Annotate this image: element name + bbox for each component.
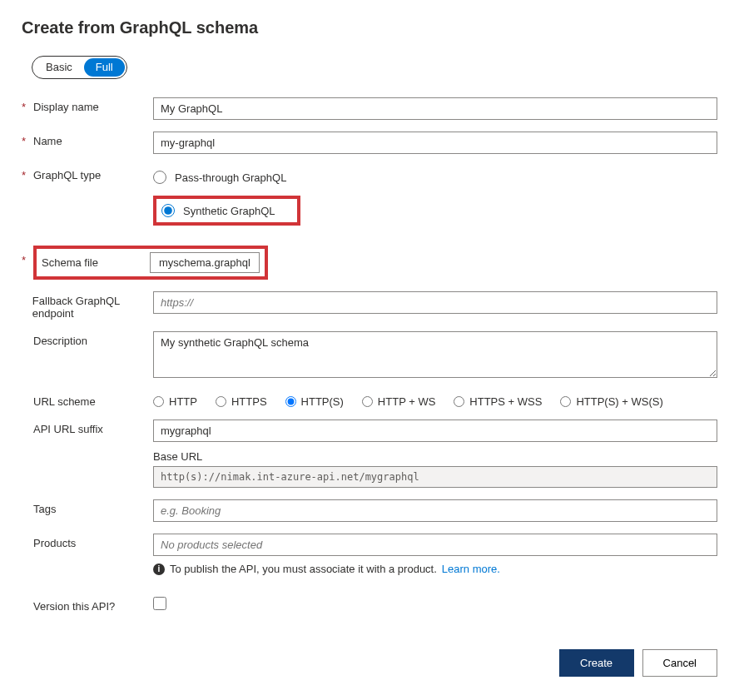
radio-https-both[interactable] xyxy=(285,396,296,407)
label-http: HTTP xyxy=(169,395,197,408)
radio-http-ws[interactable] xyxy=(362,396,373,407)
label-graphql-type: GraphQL type xyxy=(33,169,101,181)
radio-https[interactable] xyxy=(216,396,226,407)
radio-http[interactable] xyxy=(153,396,164,407)
name-input[interactable] xyxy=(153,132,717,154)
required-marker: * xyxy=(22,101,33,113)
label-fallback-endpoint: Fallback GraphQL endpoint xyxy=(32,295,153,320)
label-http-ws: HTTP + WS xyxy=(378,395,435,408)
required-marker: * xyxy=(22,169,33,181)
publish-info-text: To publish the API, you must associate i… xyxy=(170,563,437,575)
label-description: Description xyxy=(33,335,87,347)
required-marker: * xyxy=(22,246,33,266)
display-name-input[interactable] xyxy=(153,97,717,120)
radio-https-ws-both[interactable] xyxy=(560,396,571,407)
label-https: HTTPS xyxy=(231,395,267,408)
cancel-button[interactable]: Cancel xyxy=(642,649,717,677)
radio-passthrough-graphql[interactable] xyxy=(153,171,166,184)
products-input[interactable] xyxy=(153,534,717,556)
tags-input[interactable] xyxy=(153,499,717,522)
label-display-name: Display name xyxy=(33,101,99,113)
label-name: Name xyxy=(33,135,62,147)
label-url-scheme: URL scheme xyxy=(33,395,96,408)
label-tags: Tags xyxy=(33,503,56,515)
description-input[interactable] xyxy=(153,331,717,378)
label-passthrough-graphql: Pass-through GraphQL xyxy=(175,171,286,184)
label-https-ws-both: HTTP(S) + WS(S) xyxy=(576,395,662,408)
radio-synthetic-graphql[interactable] xyxy=(161,204,175,217)
radio-https-wss[interactable] xyxy=(454,396,464,407)
create-button[interactable]: Create xyxy=(559,649,634,677)
base-url-display: http(s)://nimak.int-azure-api.net/mygrap… xyxy=(153,466,717,488)
version-api-checkbox[interactable] xyxy=(153,597,166,610)
label-products: Products xyxy=(33,537,76,549)
info-icon: i xyxy=(153,563,165,575)
fallback-endpoint-input[interactable] xyxy=(153,291,717,314)
label-https-wss: HTTPS + WSS xyxy=(469,395,542,408)
schema-file-chip[interactable]: myschema.graphql xyxy=(150,252,260,273)
basic-full-toggle: Basic Full xyxy=(32,56,127,79)
label-schema-file: Schema file xyxy=(42,256,150,269)
required-marker: * xyxy=(22,135,33,147)
label-synthetic-graphql: Synthetic GraphQL xyxy=(183,205,275,217)
label-https-both: HTTP(S) xyxy=(301,395,344,408)
label-api-url-suffix: API URL suffix xyxy=(33,423,103,435)
tab-full[interactable]: Full xyxy=(84,58,125,77)
api-url-suffix-input[interactable] xyxy=(153,420,717,442)
page-title: Create from GraphQL schema xyxy=(22,18,717,37)
learn-more-link[interactable]: Learn more. xyxy=(442,563,500,575)
label-version-api: Version this API? xyxy=(33,600,115,613)
label-base-url: Base URL xyxy=(153,450,717,463)
tab-basic[interactable]: Basic xyxy=(34,58,84,77)
